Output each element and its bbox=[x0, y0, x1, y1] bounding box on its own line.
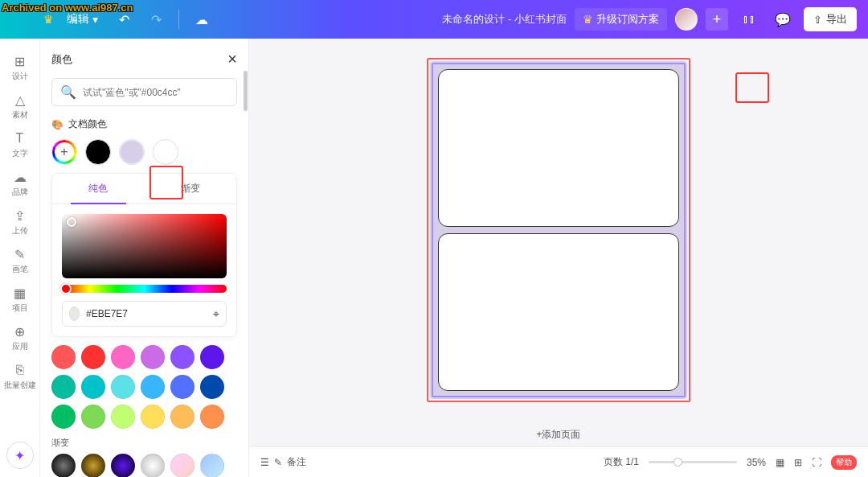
gradient-swatch[interactable] bbox=[141, 454, 165, 477]
design-title[interactable]: 未命名的设计 - 小红书封面 bbox=[442, 12, 567, 27]
upgrade-label: 升级订阅方案 bbox=[596, 12, 659, 27]
rail-label: 项目 bbox=[12, 302, 28, 314]
gradient-swatch[interactable] bbox=[81, 454, 105, 477]
tab-gradient[interactable]: 渐变 bbox=[145, 174, 237, 204]
color-swatch[interactable] bbox=[111, 345, 135, 369]
doc-color-black[interactable] bbox=[85, 139, 111, 165]
color-swatch[interactable] bbox=[81, 345, 105, 369]
avatar[interactable] bbox=[675, 8, 698, 31]
color-swatch[interactable] bbox=[111, 405, 135, 429]
rail-item-上传[interactable]: ⇪上传 bbox=[2, 203, 38, 241]
color-swatch[interactable] bbox=[141, 375, 165, 399]
color-swatch[interactable] bbox=[170, 405, 194, 429]
gradient-swatch[interactable] bbox=[170, 454, 194, 477]
rail-item-项目[interactable]: ▦项目 bbox=[2, 280, 38, 319]
selection-inner bbox=[432, 63, 686, 397]
color-swatch[interactable] bbox=[170, 375, 194, 399]
rail-icon: ⎘ bbox=[12, 362, 28, 378]
zoom-thumb[interactable] bbox=[674, 458, 682, 467]
doc-colors-label: 🎨文档颜色 bbox=[51, 117, 237, 131]
rail-icon: ⇪ bbox=[12, 208, 28, 224]
saturation-value-box[interactable] bbox=[62, 214, 227, 278]
rail-label: 文字 bbox=[12, 148, 28, 159]
gradient-swatches bbox=[51, 454, 237, 477]
color-search[interactable]: 🔍 bbox=[51, 78, 237, 106]
annotation-highlight-toolbar bbox=[735, 72, 769, 103]
tab-solid[interactable]: 纯色 bbox=[52, 174, 145, 204]
add-member-button[interactable]: + bbox=[706, 8, 728, 31]
color-swatch[interactable] bbox=[81, 375, 105, 399]
rail-icon: T bbox=[12, 130, 28, 146]
color-swatch[interactable] bbox=[51, 375, 76, 399]
magic-button[interactable]: ✦ bbox=[6, 442, 34, 469]
export-icon: ⇧ bbox=[813, 14, 822, 26]
panel-title: 颜色 bbox=[51, 52, 72, 67]
left-rail: ⊞设计△素材T文字☁品牌⇪上传✎画笔▦项目⊕应用⎘批量创建 ✦ bbox=[0, 39, 40, 477]
add-color-swatch[interactable] bbox=[51, 139, 77, 165]
gradient-swatch[interactable] bbox=[111, 454, 135, 477]
edit-label: 编辑 bbox=[67, 12, 89, 27]
document-colors bbox=[51, 139, 237, 165]
rail-item-设计[interactable]: ⊞设计 bbox=[2, 48, 38, 87]
view-list-icon[interactable]: ⊞ bbox=[794, 457, 802, 468]
rail-item-画笔[interactable]: ✎画笔 bbox=[2, 241, 38, 280]
rail-label: 素材 bbox=[12, 109, 28, 121]
rail-label: 设计 bbox=[12, 71, 28, 82]
gradient-swatch[interactable] bbox=[200, 454, 224, 477]
rail-label: 上传 bbox=[12, 225, 28, 236]
rail-item-文字[interactable]: T文字 bbox=[2, 125, 38, 164]
rail-label: 品牌 bbox=[12, 187, 28, 198]
fullscreen-icon[interactable]: ⛶ bbox=[812, 457, 821, 468]
rail-item-批量创建[interactable]: ⎘批量创建 bbox=[2, 357, 38, 396]
color-swatch[interactable] bbox=[200, 375, 224, 399]
chevron-down-icon: ▾ bbox=[92, 13, 98, 26]
color-panel: 颜色 × 🔍 🎨文档颜色 纯色 渐变 bbox=[40, 39, 249, 477]
rail-icon: ✎ bbox=[12, 246, 28, 262]
color-swatch[interactable] bbox=[51, 345, 76, 369]
color-swatch[interactable] bbox=[111, 375, 135, 399]
color-picker: 纯色 渐变 ⌖ bbox=[51, 173, 237, 337]
color-swatch[interactable] bbox=[170, 345, 194, 369]
hue-slider[interactable] bbox=[62, 285, 227, 293]
color-swatch[interactable] bbox=[200, 345, 224, 369]
zoom-slider[interactable] bbox=[649, 461, 737, 463]
rail-item-品牌[interactable]: ☁品牌 bbox=[2, 164, 38, 203]
add-page-button[interactable]: +添加页面 bbox=[249, 421, 868, 446]
notes-button[interactable]: ☰✎备注 bbox=[260, 455, 306, 469]
palette-icon: 🎨 bbox=[51, 119, 63, 130]
export-button[interactable]: ⇧导出 bbox=[804, 7, 857, 31]
upgrade-button[interactable]: ♛升级订阅方案 bbox=[575, 8, 667, 31]
sv-cursor[interactable] bbox=[67, 217, 76, 227]
doc-color-selected[interactable] bbox=[119, 139, 145, 165]
current-color-swatch bbox=[69, 306, 80, 321]
zoom-value[interactable]: 35% bbox=[747, 457, 766, 468]
rail-label: 画笔 bbox=[12, 264, 28, 275]
close-icon[interactable]: × bbox=[227, 50, 237, 68]
view-grid-icon[interactable]: ▦ bbox=[776, 457, 784, 468]
hue-cursor[interactable] bbox=[60, 283, 72, 294]
color-swatch[interactable] bbox=[141, 345, 165, 369]
doc-color-white[interactable] bbox=[153, 139, 178, 165]
rail-label: 应用 bbox=[12, 341, 28, 352]
canvas-area: ↻ ◐动效 调整位置 ☰ 🔒 ⎘ 🗑 +添加页面 ☰✎备注 bbox=[249, 39, 868, 477]
color-swatch[interactable] bbox=[141, 405, 165, 429]
analytics-icon[interactable]: ⫾⫾ bbox=[736, 6, 762, 32]
notes-icon: ☰ bbox=[260, 457, 269, 468]
rail-icon: ⊕ bbox=[12, 323, 28, 339]
rail-item-素材[interactable]: △素材 bbox=[2, 87, 38, 125]
color-swatch[interactable] bbox=[81, 405, 105, 429]
help-badge[interactable]: 帮助 bbox=[831, 455, 857, 470]
rail-item-应用[interactable]: ⊕应用 bbox=[2, 319, 38, 357]
redo-button[interactable]: ↷ bbox=[143, 6, 169, 32]
page-canvas-wrapper[interactable] bbox=[430, 61, 687, 399]
color-search-input[interactable] bbox=[83, 87, 228, 98]
color-swatch[interactable] bbox=[51, 405, 76, 429]
panel-scrollbar[interactable] bbox=[244, 71, 248, 111]
page-count[interactable]: 页数 1/1 bbox=[604, 455, 639, 469]
cloud-sync-icon[interactable]: ☁ bbox=[189, 6, 215, 32]
color-swatch[interactable] bbox=[200, 405, 224, 429]
gradient-swatch[interactable] bbox=[51, 454, 76, 477]
eyedropper-icon[interactable]: ⌖ bbox=[213, 307, 219, 321]
comment-icon[interactable]: 💬 bbox=[770, 6, 796, 32]
hex-input[interactable] bbox=[86, 308, 207, 319]
